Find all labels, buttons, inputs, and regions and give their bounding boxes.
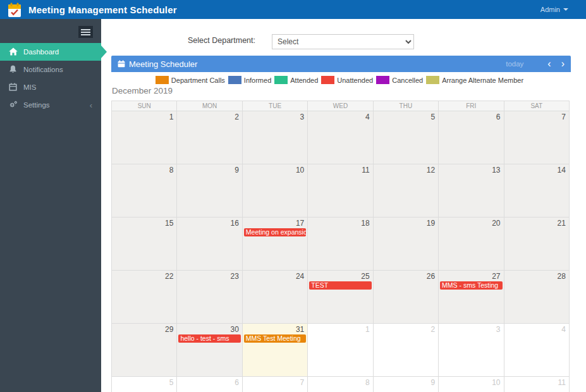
calendar-day-cell[interactable]: 27MMS - sms Testing <box>439 271 504 323</box>
calendar-day-cell[interactable]: 9 <box>374 377 439 392</box>
calendar-day-cell[interactable]: 6 <box>439 111 504 164</box>
calendar-day-cell[interactable]: 7 <box>243 377 308 392</box>
legend-item: Attended <box>274 76 318 84</box>
day-number: 21 <box>558 219 566 228</box>
day-header: WED <box>308 101 373 111</box>
calendar-day-cell[interactable]: 4 <box>504 324 569 376</box>
legend-item: Unattended <box>321 76 373 84</box>
sidebar-item-label: Dashboard <box>23 48 59 56</box>
calendar-day-cell[interactable]: 3 <box>243 111 308 164</box>
department-label: Select Department: <box>188 36 255 45</box>
legend-item: Arrange Alternate Member <box>426 76 523 84</box>
calendar-day-cell[interactable]: 10 <box>243 164 308 217</box>
calendar-day-cell[interactable]: 1 <box>112 111 177 164</box>
calendar-day-cell[interactable]: 11 <box>504 377 569 392</box>
calendar-day-cell[interactable]: 22 <box>112 271 177 323</box>
calendar-day-cell[interactable]: 15 <box>112 217 177 270</box>
prev-month-button[interactable]: ‹ <box>547 59 551 69</box>
sidebar-item-settings[interactable]: Settings‹ <box>0 96 101 114</box>
calendar-day-cell[interactable]: 17Meeting on expansion of <box>243 217 308 270</box>
day-number: 3 <box>300 113 305 121</box>
day-number: 9 <box>235 166 239 175</box>
calendar-week-row: 22232425TEST2627MMS - sms Testing28 <box>112 271 569 324</box>
calendar-day-cell[interactable]: 9 <box>177 164 242 217</box>
department-filter-row: Select Department: Select <box>101 19 586 56</box>
day-number: 3 <box>496 325 501 334</box>
calendar-day-cell[interactable]: 1 <box>308 324 373 376</box>
day-number: 31 <box>296 325 304 334</box>
calendar-day-cell[interactable]: 26 <box>374 271 439 323</box>
calendar-day-cell[interactable]: 20 <box>439 217 504 270</box>
day-events: hello - test - sms <box>178 334 240 343</box>
calendar-day-cell[interactable]: 2 <box>374 324 439 376</box>
legend-label: Attended <box>290 77 318 84</box>
sidebar-item-dashboard[interactable]: Dashboard <box>0 43 101 61</box>
calendar-day-cell[interactable]: 4 <box>308 111 373 164</box>
calendar-day-cell[interactable]: 14 <box>504 164 569 217</box>
day-events: MMS - sms Testing <box>440 281 502 290</box>
app-header: Meeting Management Scheduler Admin <box>0 0 586 19</box>
calendar-day-cell[interactable]: 23 <box>177 271 242 323</box>
calendar-day-cell[interactable]: 19 <box>374 217 439 270</box>
calendar-day-cell[interactable]: 6 <box>177 377 242 392</box>
calendar-event[interactable]: MMS Test Meeting <box>244 334 306 343</box>
calendar-day-cell[interactable]: 21 <box>504 217 569 270</box>
calendar-day-cell[interactable]: 30hello - test - sms <box>177 324 242 376</box>
calendar-event[interactable]: Meeting on expansion of <box>244 228 306 236</box>
day-number: 25 <box>361 272 369 281</box>
legend-color-swatch <box>426 76 439 84</box>
calendar-icon <box>9 83 18 92</box>
calendar-day-cell[interactable]: 28 <box>504 271 569 323</box>
calendar-event[interactable]: hello - test - sms <box>178 334 240 343</box>
day-number: 15 <box>165 219 173 228</box>
scheduler-panel-header: Meeting Scheduler today ‹ › <box>111 56 571 72</box>
calendar-day-cell[interactable]: 13 <box>439 164 504 217</box>
today-button[interactable]: today <box>506 60 523 68</box>
calendar-day-cell[interactable]: 10 <box>439 377 504 392</box>
calendar-day-cell[interactable]: 5 <box>112 377 177 392</box>
scheduler-panel: Meeting Scheduler today ‹ › Department C… <box>111 56 571 392</box>
calendar-week-row: 2930hello - test - sms31MMS Test Meeting… <box>112 324 569 377</box>
day-number: 18 <box>361 219 369 228</box>
calendar-week-row: 567891011 <box>112 377 569 392</box>
calendar-day-cell[interactable]: 8 <box>112 164 177 217</box>
calendar-day-cell[interactable]: 7 <box>504 111 569 164</box>
day-number: 8 <box>169 166 174 175</box>
calendar-day-cell[interactable]: 3 <box>439 324 504 376</box>
department-select[interactable]: Select <box>272 34 414 49</box>
legend-color-swatch <box>274 76 288 84</box>
calendar-day-cell[interactable]: 29 <box>112 324 177 376</box>
calendar-event[interactable]: TEST <box>309 281 371 290</box>
calendar-day-cell[interactable]: 8 <box>308 377 373 392</box>
admin-menu[interactable]: Admin <box>540 6 568 13</box>
next-month-button[interactable]: › <box>561 59 565 69</box>
legend-item: Informed <box>228 76 271 84</box>
calendar-day-cell[interactable]: 12 <box>374 164 439 217</box>
calendar-day-cell[interactable]: 31MMS Test Meeting <box>243 324 308 376</box>
calendar-day-cell[interactable]: 18 <box>308 217 373 270</box>
calendar-day-cell[interactable]: 11 <box>308 164 373 217</box>
day-header: THU <box>374 101 439 111</box>
day-number: 6 <box>235 378 239 387</box>
day-number: 17 <box>296 219 304 228</box>
day-number: 7 <box>300 378 305 387</box>
hamburger-icon <box>81 29 90 30</box>
calendar-event[interactable]: MMS - sms Testing <box>440 281 502 290</box>
legend-item: Cancelled <box>376 76 423 84</box>
day-header: TUE <box>243 101 308 111</box>
legend-color-swatch <box>156 76 169 84</box>
day-number: 7 <box>561 113 566 121</box>
calendar-day-cell[interactable]: 5 <box>374 111 439 164</box>
calendar-day-cell[interactable]: 24 <box>243 271 308 323</box>
day-number: 23 <box>230 272 238 281</box>
day-number: 1 <box>365 325 370 334</box>
calendar-day-cell[interactable]: 25TEST <box>308 271 373 323</box>
calendar-day-cell[interactable]: 16 <box>177 217 242 270</box>
sidebar-item-mis[interactable]: MIS <box>0 78 101 96</box>
calendar-day-cell[interactable]: 2 <box>177 111 242 164</box>
sidebar-toggle-button[interactable] <box>78 26 93 38</box>
sidebar-item-notifications[interactable]: Notifications <box>0 61 101 78</box>
day-number: 28 <box>558 272 566 281</box>
day-number: 2 <box>430 325 435 334</box>
day-number: 16 <box>230 219 238 228</box>
